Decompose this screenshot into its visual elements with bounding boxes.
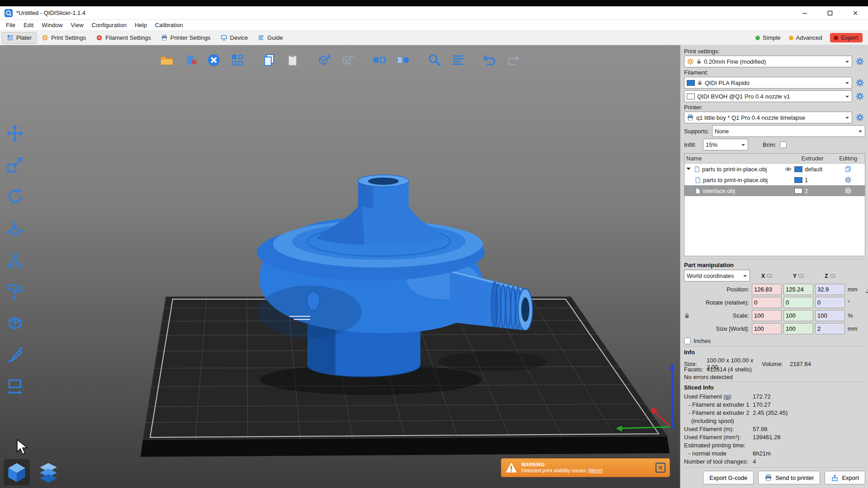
menu-view[interactable]: View (67, 20, 88, 30)
mmu-painting-tool-button[interactable] (4, 343, 26, 366)
rotate-z-input[interactable] (815, 297, 845, 308)
export-icon (831, 474, 839, 482)
copy-button[interactable] (259, 51, 278, 70)
mirror-y-icon[interactable] (798, 273, 804, 278)
position-z-input[interactable] (815, 284, 845, 295)
printer-combo[interactable]: q1 little boy * Q1 Pro 0.4 nozzle timela… (684, 112, 852, 123)
inches-checkbox[interactable] (684, 338, 691, 344)
infill-combo[interactable]: 15% (703, 139, 748, 150)
axis-y-header: Y (783, 272, 813, 279)
filament-2-gear-button[interactable] (854, 91, 865, 102)
3d-viewport-canvas[interactable] (0, 45, 680, 488)
print-settings-gear-button[interactable] (854, 56, 865, 67)
scale-x-input[interactable] (752, 310, 782, 321)
rotate-x-input[interactable] (752, 297, 782, 308)
preview-view-button[interactable] (35, 459, 61, 485)
menu-edit[interactable]: Edit (19, 20, 38, 30)
menu-help[interactable]: Help (131, 20, 151, 30)
paint-supports-tool-button[interactable] (4, 280, 26, 303)
tab-filament-settings[interactable]: Filament Settings (91, 32, 156, 44)
send-to-printer-button[interactable]: Send to printer (758, 471, 820, 484)
mode-expert[interactable]: Expert (830, 33, 863, 42)
paste-button[interactable] (283, 51, 302, 70)
position-label: Position: (684, 286, 750, 293)
tab-guide[interactable]: Guide (253, 32, 288, 44)
position-x-input[interactable] (752, 284, 782, 295)
filament-2-combo[interactable]: QIDI BVOH @Q1 Pro 0.4 nozzle v1 (684, 90, 852, 102)
filament-1-gear-button[interactable] (854, 77, 865, 89)
supports-combo[interactable]: None (712, 125, 865, 137)
rotate-y-input[interactable] (783, 297, 813, 308)
object-row-selected[interactable]: interface.obj 2 (684, 185, 865, 196)
position-y-input[interactable] (783, 284, 813, 295)
part-settings-gear[interactable] (833, 176, 863, 183)
maximize-button[interactable] (817, 6, 843, 19)
col-extruder-header: Extruder (792, 155, 833, 162)
printer-gear-button[interactable] (854, 112, 865, 123)
scale-z-input[interactable] (815, 310, 845, 321)
arrange-button[interactable] (228, 51, 247, 70)
object-row[interactable]: parts to print-in-place.obj default (684, 164, 865, 174)
rotate-unit: ° (847, 299, 862, 306)
scale-tool-button[interactable] (4, 154, 26, 176)
undo-button[interactable] (480, 51, 499, 70)
sliced-label: Used Filament (mm³): (684, 434, 753, 441)
delete-all-button[interactable] (204, 51, 223, 70)
extruder-selector[interactable]: 1 (792, 177, 833, 183)
mode-simple[interactable]: Simple (755, 34, 781, 41)
extruder-selector[interactable]: default (792, 166, 833, 173)
size-y-input[interactable] (783, 323, 813, 334)
sliced-value: 170.27 (753, 401, 865, 408)
split-to-parts-button[interactable] (393, 51, 412, 70)
filament-1-combo[interactable]: QIDI PLA Rapido (684, 77, 852, 89)
object-row[interactable]: parts to print-in-place.obj 1 (684, 174, 865, 185)
export-button[interactable]: Export (825, 471, 865, 484)
expander-icon[interactable] (686, 168, 691, 172)
move-tool-button[interactable] (4, 122, 26, 145)
remove-instance-button[interactable] (338, 51, 357, 70)
seam-painting-tool-button[interactable] (4, 312, 26, 334)
split-to-objects-button[interactable] (370, 51, 389, 70)
place-on-face-tool-button[interactable] (4, 217, 26, 239)
extruder-selector[interactable]: 2 (792, 188, 833, 194)
rotate-tool-button[interactable] (4, 185, 26, 208)
redo-button[interactable] (504, 51, 523, 70)
tab-print-settings[interactable]: Print Settings (37, 32, 91, 44)
delete-button[interactable] (181, 51, 200, 70)
menu-file[interactable]: File (2, 20, 19, 30)
drop-to-bed-button[interactable] (864, 285, 868, 294)
part-settings-gear[interactable] (833, 187, 863, 194)
print-profile-icon (687, 58, 694, 65)
size-x-input[interactable] (752, 323, 782, 334)
editing-indicator[interactable] (833, 165, 863, 173)
tab-printer-settings[interactable]: Printer Settings (156, 32, 216, 44)
brim-checkbox[interactable] (780, 141, 787, 148)
close-button[interactable] (843, 6, 868, 19)
variable-layer-height-button[interactable] (448, 51, 467, 70)
tab-device[interactable]: Device (216, 32, 253, 44)
measure-tool-button[interactable] (4, 375, 26, 398)
export-gcode-button[interactable]: Export G-code (703, 471, 754, 484)
coordinates-combo[interactable]: World coordinates (684, 270, 750, 282)
mirror-z-icon[interactable] (830, 273, 835, 278)
minimize-button[interactable] (792, 6, 817, 19)
search-button[interactable] (425, 51, 444, 70)
mode-advanced[interactable]: Advanced (789, 34, 822, 41)
tab-plater[interactable]: Plater (2, 32, 37, 44)
print-settings-combo[interactable]: 0.20mm Fine (modified) (684, 56, 852, 67)
menu-calibration[interactable]: Calibration (151, 20, 187, 30)
menu-window[interactable]: Window (38, 20, 66, 30)
add-instance-button[interactable] (315, 51, 334, 70)
uniform-scale-lock-icon[interactable] (684, 313, 690, 319)
move-icon (6, 124, 24, 142)
warning-more-link[interactable]: [More] (589, 468, 603, 473)
open-button[interactable] (157, 51, 176, 70)
3d-editor-view-button[interactable] (4, 459, 30, 485)
menu-configuration[interactable]: Configuration (88, 20, 131, 30)
cut-tool-button[interactable] (4, 249, 26, 271)
size-z-input[interactable] (815, 323, 845, 334)
scale-y-input[interactable] (783, 310, 813, 321)
warning-close-button[interactable] (656, 463, 665, 473)
eye-icon[interactable] (785, 166, 792, 173)
mirror-x-icon[interactable] (767, 273, 772, 278)
